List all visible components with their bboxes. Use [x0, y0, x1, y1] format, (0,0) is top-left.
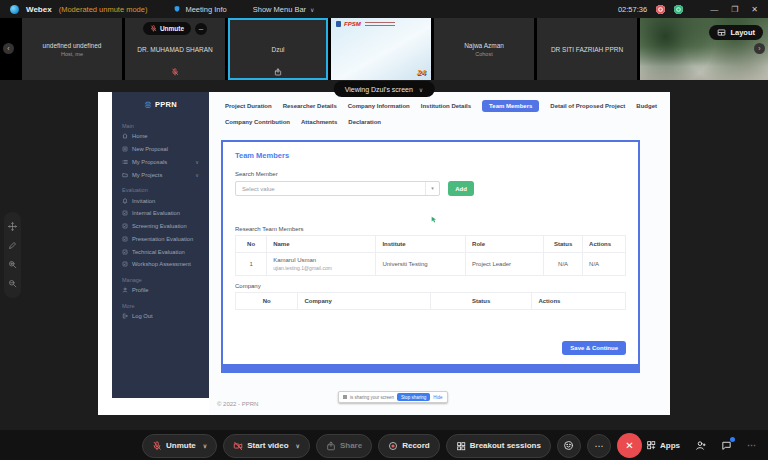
- meeting-info-button[interactable]: Meeting Info: [173, 5, 226, 14]
- participant-tile-host[interactable]: undefined undefined Host, me: [22, 18, 122, 80]
- mic-muted-icon: [152, 441, 162, 451]
- tab-company-information[interactable]: Company Information: [348, 100, 410, 112]
- participant-filmstrip: undefined undefined Host, me Unmute – DR…: [0, 18, 768, 80]
- minimize-button[interactable]: —: [710, 5, 718, 14]
- tab-institution-details[interactable]: Institution Details: [421, 100, 471, 112]
- sidebar-item-profile[interactable]: Profile: [112, 284, 209, 297]
- pprn-sidebar: PPRN Main Home New Proposal My Proposals…: [112, 92, 209, 398]
- sidebar-item-presentation-evaluation[interactable]: Presentation Evaluation: [112, 232, 209, 245]
- reactions-button[interactable]: [557, 434, 581, 458]
- tab-budget[interactable]: Budget: [636, 100, 657, 112]
- browser-share-banner: is sharing your screen Stop sharing Hide: [338, 391, 448, 403]
- member-email: ujian.testing.1@gmail.com: [273, 265, 369, 271]
- sidebar-item-invitation[interactable]: Invitation: [112, 194, 209, 207]
- chevron-down-icon: ∨: [195, 172, 199, 178]
- nav-section-more: More: [122, 303, 209, 309]
- tab-attachments[interactable]: Attachments: [301, 116, 337, 128]
- participant-tile-sharan[interactable]: Unmute – DR. MUHAMAD SHARAN: [125, 18, 225, 80]
- research-team-table: No Name Institute Role Status Actions 1 …: [235, 235, 626, 276]
- chevron-down-icon: ∨: [310, 6, 314, 13]
- tab-team-members[interactable]: Team Members: [482, 100, 539, 112]
- research-team-caption: Research Team Members: [235, 226, 626, 232]
- unmute-button[interactable]: Unmute ∨: [142, 434, 217, 458]
- remote-control-icon[interactable]: [8, 222, 17, 231]
- sidebar-item-my-proposals[interactable]: My Proposals ∨: [112, 156, 209, 169]
- member-select[interactable]: Select value ▾: [235, 181, 440, 196]
- nav-section-evaluation: Evaluation: [122, 187, 209, 193]
- sidebar-item-screening-evaluation[interactable]: Screening Evaluation: [112, 220, 209, 233]
- more-options-button[interactable]: ⋯: [587, 434, 611, 458]
- check-square-icon: [122, 236, 128, 242]
- record-button[interactable]: Record: [378, 434, 440, 458]
- stop-sharing-button[interactable]: Stop sharing: [397, 393, 430, 401]
- tab-researcher-details[interactable]: Researcher Details: [283, 100, 337, 112]
- chevron-down-icon[interactable]: ∨: [296, 442, 300, 449]
- save-continue-button[interactable]: Save & Continue: [562, 341, 626, 355]
- add-member-button[interactable]: Add: [448, 181, 474, 196]
- bell-icon: [122, 198, 128, 204]
- breakout-grid-icon: [456, 441, 466, 451]
- sidebar-item-log-out[interactable]: Log Out: [112, 310, 209, 323]
- member-name-cell: Kamarul Usman ujian.testing.1@gmail.com: [267, 253, 376, 276]
- tab-detail-of-proposed-project[interactable]: Detail of Proposed Project: [550, 100, 625, 112]
- meeting-clock: 02:57:36: [618, 5, 647, 14]
- participant-tile-dzul-presenter[interactable]: Dzul: [228, 18, 328, 80]
- zoom-out-icon[interactable]: [8, 279, 17, 288]
- filmstrip-previous-button[interactable]: ‹: [3, 43, 14, 54]
- person-icon: [122, 287, 128, 293]
- slide-crest-icon: [336, 21, 341, 27]
- home-icon: [122, 133, 128, 139]
- participant-more-button[interactable]: –: [195, 23, 207, 35]
- start-video-button[interactable]: Start video ∨: [223, 434, 310, 458]
- sidebar-item-technical-evaluation[interactable]: Technical Evaluation: [112, 245, 209, 258]
- show-menu-bar-button[interactable]: Show Menu Bar ∨: [253, 5, 315, 14]
- layout-button[interactable]: Layout: [709, 25, 763, 40]
- leave-meeting-button[interactable]: ✕: [617, 433, 642, 458]
- webex-meeting-window: Webex (Moderated unmute mode) Meeting In…: [0, 0, 768, 460]
- search-member-label: Search Member: [235, 171, 626, 177]
- team-members-panel: Team Members Search Member Select value …: [221, 140, 640, 373]
- chat-button[interactable]: [721, 440, 732, 451]
- shared-content-thumbnail[interactable]: FPSM 24: [331, 18, 431, 80]
- tab-project-duration[interactable]: Project Duration: [225, 100, 272, 112]
- breakout-sessions-button[interactable]: Breakout sessions: [446, 434, 551, 458]
- participant-tile-siti[interactable]: DR SITI FAZRIAH PPRN: [537, 18, 637, 80]
- chevron-down-icon[interactable]: ∨: [203, 442, 207, 449]
- sidebar-item-workshop-assessment[interactable]: Workshop Assessment: [112, 258, 209, 271]
- webex-logo-icon: [10, 5, 19, 14]
- annotate-icon[interactable]: [8, 241, 17, 250]
- table-header-row: No Company Status Actions: [236, 293, 626, 310]
- tab-company-contribution[interactable]: Company Contribution: [225, 116, 290, 128]
- chevron-down-icon: ∨: [419, 86, 423, 93]
- folder-icon: [122, 172, 128, 178]
- apps-button[interactable]: Apps: [646, 440, 680, 450]
- participant-tile-najwa[interactable]: Najwa Azman Cohost: [434, 18, 534, 80]
- chevron-down-icon: ▾: [425, 182, 439, 195]
- maximize-button[interactable]: ❐: [731, 5, 738, 14]
- close-button[interactable]: ✕: [751, 5, 758, 14]
- hide-banner-button[interactable]: Hide: [433, 395, 442, 400]
- check-square-icon: [122, 261, 128, 267]
- company-caption: Company: [235, 283, 626, 289]
- shield-icon: [173, 5, 181, 13]
- participants-button[interactable]: [695, 440, 706, 451]
- panel-title: Team Members: [235, 151, 626, 160]
- sidebar-item-home[interactable]: Home: [112, 130, 209, 143]
- zoom-in-icon[interactable]: [8, 260, 17, 269]
- unmute-participant-button[interactable]: Unmute: [143, 22, 191, 35]
- mic-muted-icon: [171, 68, 179, 76]
- smiley-icon: [563, 440, 574, 451]
- meeting-control-bar: Unmute ∨ Start video ∨ Share Record Brea…: [0, 430, 768, 460]
- filmstrip-next-button[interactable]: ›: [754, 43, 765, 54]
- viewing-screen-dropdown[interactable]: Viewing Dzul's screen ∨: [334, 81, 435, 97]
- pprn-logo[interactable]: PPRN: [112, 92, 209, 117]
- share-button[interactable]: Share: [316, 434, 372, 458]
- layout-grid-icon: [717, 28, 726, 37]
- sidebar-item-my-projects[interactable]: My Projects ∨: [112, 168, 209, 181]
- sidebar-item-internal-evaluation[interactable]: Internal Evaluation: [112, 207, 209, 220]
- sidebar-item-new-proposal[interactable]: New Proposal: [112, 143, 209, 156]
- nav-section-manage: Manage: [122, 277, 209, 283]
- site-favicon: [343, 395, 347, 399]
- tab-declaration[interactable]: Declaration: [348, 116, 381, 128]
- more-panels-button[interactable]: ⋯: [747, 440, 756, 450]
